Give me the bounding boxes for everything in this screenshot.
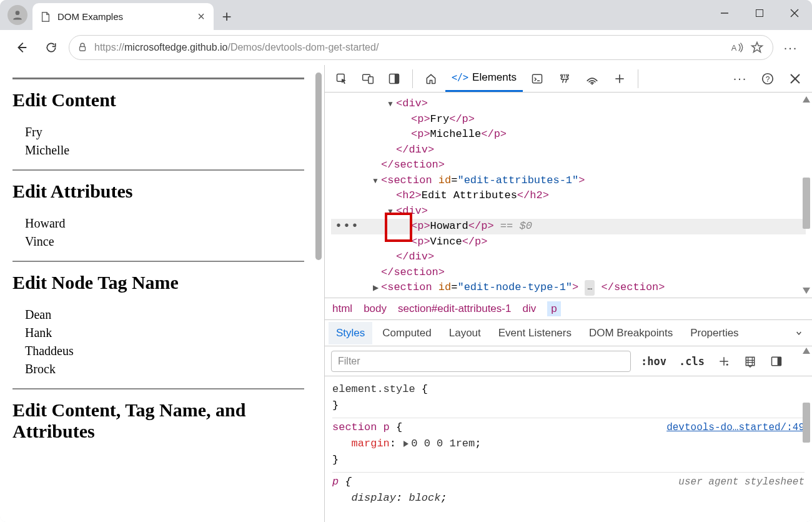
styles-scrollbar[interactable]	[803, 376, 810, 522]
welcome-tab-button[interactable]	[418, 66, 444, 91]
help-button[interactable]: ?	[755, 66, 781, 91]
list-item: Michelle	[25, 141, 304, 159]
more-tabs-button[interactable]	[607, 66, 633, 91]
styles-overflow-button[interactable]	[790, 324, 808, 343]
inspect-element-button[interactable]	[329, 66, 355, 91]
expand-shorthand-icon[interactable]	[404, 441, 408, 447]
flexbox-overlay-button[interactable]	[741, 352, 760, 371]
svg-point-15	[592, 83, 593, 84]
device-emulation-button[interactable]	[355, 66, 381, 91]
browser-menu-button[interactable]: ···	[778, 35, 803, 60]
styles-rules-pane[interactable]: element.style { } devtools-do…started/:4…	[325, 376, 812, 522]
stylesheet-link[interactable]: devtools-do…started/:49	[666, 419, 805, 436]
styles-subtab[interactable]: Layout	[442, 322, 488, 344]
close-window-button[interactable]	[777, 0, 812, 26]
dom-tree-row[interactable]: </div>	[331, 249, 806, 265]
hov-toggle[interactable]: :hov	[638, 355, 669, 368]
computed-sidebar-button[interactable]	[767, 352, 786, 371]
elements-breadcrumb[interactable]: htmlbodysection#edit-attributes-1divp	[325, 298, 812, 320]
user-icon	[11, 9, 24, 21]
tree-twisty-icon[interactable]: ▼	[371, 173, 380, 189]
window-controls	[707, 0, 812, 26]
refresh-button[interactable]	[39, 35, 64, 60]
styles-subtab[interactable]: Styles	[329, 322, 372, 344]
url-display: https://microsoftedge.github.io/Demos/de…	[94, 42, 723, 53]
collapsed-children-pill[interactable]: …	[585, 280, 595, 296]
read-aloud-icon[interactable]: A	[729, 39, 745, 56]
style-rule-ua-p[interactable]: user agent stylesheet p { display: block…	[332, 473, 805, 510]
favorite-icon[interactable]	[749, 39, 765, 56]
dom-tree-row[interactable]: </div>	[331, 143, 806, 158]
dom-tree-row[interactable]: <p>Fry</p>	[331, 112, 806, 128]
minimize-button[interactable]	[707, 0, 742, 26]
dom-tree-row[interactable]: <h2>Edit Attributes</h2>	[331, 188, 806, 204]
new-tab-button[interactable]: +	[214, 3, 240, 30]
section-heading: Edit Node Tag Name	[12, 272, 304, 293]
address-bar-actions: A	[729, 39, 765, 56]
styles-subtab[interactable]: Computed	[375, 322, 438, 344]
tree-twisty-icon[interactable]: ▼	[386, 96, 395, 112]
back-button[interactable]	[9, 35, 34, 60]
square-icon	[756, 9, 763, 17]
console-tab-button[interactable]	[524, 66, 550, 91]
elements-tab[interactable]: </> Elements	[445, 65, 523, 92]
dom-tree-row[interactable]: </section>	[331, 158, 806, 173]
breadcrumb-item[interactable]: p	[547, 301, 560, 316]
list-item: Vince	[25, 233, 304, 251]
style-rule-element[interactable]: element.style { }	[332, 380, 805, 418]
dom-tree-row[interactable]: ▼<section id="edit-attributes-1">	[331, 173, 806, 189]
tab-title: DOM Examples	[57, 11, 123, 22]
page-scrollbar-thumb[interactable]	[315, 73, 322, 260]
browser-window: DOM Examples × + https://microsoftedge.g…	[0, 0, 812, 522]
dom-tree-row[interactable]: ▼<div>	[331, 96, 806, 112]
list-item: Howard	[25, 214, 304, 233]
profile-avatar[interactable]	[7, 5, 27, 25]
svg-text:?: ?	[766, 74, 770, 83]
tab-close-button[interactable]: ×	[197, 9, 205, 24]
svg-rect-10	[395, 74, 399, 83]
new-style-rule-button[interactable]	[715, 352, 733, 371]
code-icon: </>	[452, 72, 468, 83]
elements-dom-tree[interactable]: ▼<div><p>Fry</p><p>Michelle</p></div></s…	[325, 93, 812, 298]
dom-tree-row[interactable]: <p>Michelle</p>	[331, 127, 806, 143]
maximize-button[interactable]	[742, 0, 777, 26]
scroll-up-icon[interactable]	[803, 96, 810, 103]
address-bar[interactable]: https://microsoftedge.github.io/Demos/de…	[69, 35, 773, 60]
page-content-pane: Edit Content Fry Michelle Edit Attribute…	[0, 65, 325, 522]
content-split: Edit Content Fry Michelle Edit Attribute…	[0, 65, 812, 522]
svg-point-14	[566, 76, 567, 78]
devtools-menu-button[interactable]: ···	[727, 66, 753, 91]
elements-scrollbar-thumb[interactable]	[803, 178, 810, 229]
svg-text:A: A	[731, 43, 737, 53]
tree-twisty-icon[interactable]: ▶	[371, 280, 380, 296]
close-devtools-button[interactable]	[782, 66, 808, 91]
dom-tree-row[interactable]: ▶<section id="edit-node-type-1"> … </sec…	[331, 280, 806, 296]
svg-rect-8	[369, 76, 374, 83]
list-item: Thaddeus	[25, 342, 304, 360]
elements-scrollbar[interactable]	[803, 96, 810, 294]
styles-scrollbar-thumb[interactable]	[803, 403, 810, 443]
page-scroll-area[interactable]: Edit Content Fry Michelle Edit Attribute…	[4, 69, 313, 518]
styles-filter-input[interactable]: Filter	[331, 351, 631, 372]
style-rule-section-p[interactable]: devtools-do…started/:49 section p { marg…	[332, 418, 805, 473]
svg-point-24	[726, 363, 728, 365]
dock-side-button[interactable]	[381, 66, 407, 91]
breadcrumb-item[interactable]: section#edit-attributes-1	[398, 303, 511, 315]
styles-subtab[interactable]: DOM Breakpoints	[582, 322, 680, 344]
dom-tree-row[interactable]: </section>	[331, 265, 806, 281]
more-actions-icon[interactable]: •••	[335, 219, 359, 234]
breadcrumb-item[interactable]: div	[522, 303, 536, 315]
styles-filter-row: Filter :hov .cls	[325, 346, 812, 376]
browser-tab[interactable]: DOM Examples ×	[32, 3, 214, 30]
breadcrumb-item[interactable]: html	[332, 303, 352, 315]
scroll-down-icon[interactable]	[803, 288, 810, 294]
styles-scroll-up[interactable]	[803, 348, 810, 354]
cls-toggle[interactable]: .cls	[676, 355, 707, 368]
page-scrollbar[interactable]	[314, 69, 322, 518]
breadcrumb-item[interactable]: body	[364, 303, 387, 315]
styles-subtab[interactable]: Event Listeners	[491, 322, 579, 344]
svg-rect-11	[532, 74, 542, 83]
sources-tab-button[interactable]	[552, 66, 578, 91]
network-tab-button[interactable]	[579, 66, 605, 91]
styles-subtab[interactable]: Properties	[683, 322, 746, 344]
